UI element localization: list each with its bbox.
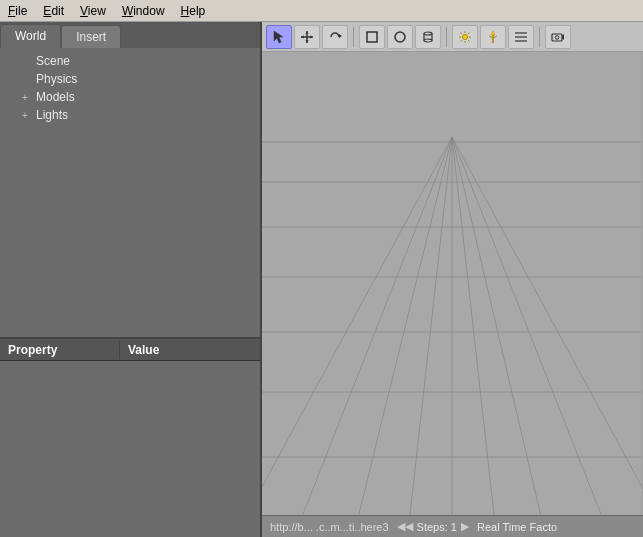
- tool-cylinder[interactable]: [415, 25, 441, 49]
- svg-marker-4: [306, 40, 309, 43]
- dir-light-icon: [486, 30, 500, 44]
- tree-label-lights: Lights: [36, 108, 68, 122]
- tool-sphere[interactable]: [387, 25, 413, 49]
- status-url: http://b... .c..m...ti..here3: [270, 521, 389, 533]
- menu-file[interactable]: File: [0, 2, 35, 20]
- menu-view[interactable]: View: [72, 2, 114, 20]
- status-bar: http://b... .c..m...ti..here3 ◀◀ Steps: …: [262, 515, 643, 537]
- tree-item-models[interactable]: + Models: [0, 88, 260, 106]
- svg-point-13: [424, 39, 432, 42]
- tool-env[interactable]: [508, 25, 534, 49]
- status-steps: ◀◀ Steps: 1 ▶: [397, 520, 469, 533]
- tool-box[interactable]: [359, 25, 385, 49]
- svg-rect-8: [367, 32, 377, 42]
- svg-line-21: [468, 32, 470, 34]
- svg-line-22: [461, 40, 463, 42]
- main-layout: World Insert Scene Physics + Models + Li…: [0, 22, 643, 537]
- svg-point-32: [555, 35, 559, 39]
- tree-item-lights[interactable]: + Lights: [0, 106, 260, 124]
- box-icon: [365, 30, 379, 44]
- steps-prev-icon[interactable]: ◀◀: [397, 520, 413, 533]
- tool-camera[interactable]: [545, 25, 571, 49]
- steps-label: Steps: 1: [417, 521, 457, 533]
- svg-marker-3: [306, 31, 309, 34]
- tool-select[interactable]: [266, 25, 292, 49]
- tab-bar: World Insert: [0, 22, 260, 48]
- realtime-label: Real Time Facto: [477, 521, 557, 533]
- left-panel: World Insert Scene Physics + Models + Li…: [0, 22, 262, 537]
- property-col-label: Property: [0, 341, 120, 359]
- property-rows: [0, 361, 260, 537]
- tree-label-physics: Physics: [36, 72, 77, 86]
- tab-world[interactable]: World: [0, 24, 61, 48]
- tab-insert[interactable]: Insert: [61, 25, 121, 48]
- menu-window[interactable]: Window: [114, 2, 173, 20]
- cylinder-icon: [421, 30, 435, 44]
- move-icon: [300, 30, 314, 44]
- svg-point-9: [395, 32, 405, 42]
- svg-marker-7: [339, 34, 342, 38]
- env-icon: [514, 30, 528, 44]
- tool-rotate[interactable]: [322, 25, 348, 49]
- menu-help[interactable]: Help: [173, 2, 214, 20]
- steps-next-icon[interactable]: ▶: [461, 520, 469, 533]
- tool-move[interactable]: [294, 25, 320, 49]
- rotate-icon: [328, 30, 342, 44]
- svg-line-20: [468, 40, 470, 42]
- svg-point-10: [424, 32, 432, 35]
- right-panel: http://b... .c..m...ti..here3 ◀◀ Steps: …: [262, 22, 643, 537]
- tool-dir-light[interactable]: [480, 25, 506, 49]
- separator-2: [446, 27, 447, 47]
- camera-icon: [551, 30, 565, 44]
- separator-1: [353, 27, 354, 47]
- property-header: Property Value: [0, 339, 260, 361]
- tree-item-scene[interactable]: Scene: [0, 52, 260, 70]
- tool-point-light[interactable]: [452, 25, 478, 49]
- svg-marker-5: [301, 35, 304, 38]
- expander-lights: +: [22, 110, 36, 121]
- toolbar: [262, 22, 643, 52]
- tree-label-models: Models: [36, 90, 75, 104]
- tree-area: Scene Physics + Models + Lights: [0, 48, 260, 337]
- separator-3: [539, 27, 540, 47]
- select-icon: [272, 30, 286, 44]
- value-col-label: Value: [120, 341, 167, 359]
- svg-marker-23: [491, 31, 495, 35]
- property-panel: Property Value: [0, 337, 260, 537]
- menubar: File Edit View Window Help: [0, 0, 643, 22]
- svg-point-14: [463, 34, 468, 39]
- tree-item-physics[interactable]: Physics: [0, 70, 260, 88]
- viewport[interactable]: [262, 52, 643, 515]
- grid-svg: [262, 52, 643, 515]
- menu-edit[interactable]: Edit: [35, 2, 72, 20]
- svg-line-19: [461, 32, 463, 34]
- svg-marker-0: [274, 31, 283, 43]
- tree-label-scene: Scene: [36, 54, 70, 68]
- svg-marker-6: [310, 35, 313, 38]
- expander-models: +: [22, 92, 36, 103]
- point-light-icon: [458, 30, 472, 44]
- sphere-icon: [393, 30, 407, 44]
- svg-rect-30: [552, 34, 562, 41]
